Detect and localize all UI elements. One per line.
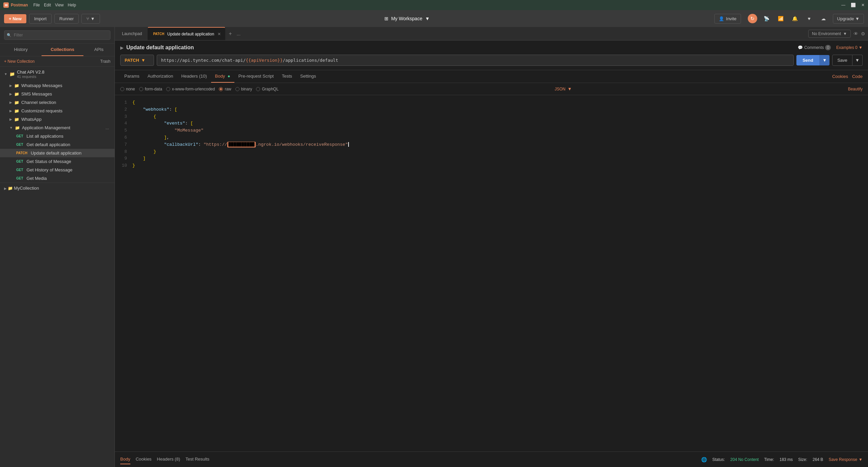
option-urlencoded[interactable]: x-www-form-urlencoded — [166, 87, 215, 91]
json-type-label[interactable]: JSON — [555, 87, 565, 91]
folder-application-management[interactable]: ▼ 📁 Application Management ... — [0, 123, 114, 132]
beautify-button[interactable]: Beautify — [848, 87, 863, 91]
import-button[interactable]: Import — [29, 14, 52, 24]
tab-close-button[interactable]: ✕ — [218, 32, 221, 36]
menu-edit[interactable]: Edit — [44, 3, 51, 7]
satellite-icon[interactable]: 📡 — [762, 14, 771, 23]
search-input[interactable] — [4, 30, 110, 40]
req-tab-body[interactable]: Body ● — [211, 70, 234, 83]
env-dropdown[interactable]: No Environment ▼ — [808, 30, 851, 38]
option-raw-label: raw — [225, 87, 231, 91]
response-tabs-bar: Body Cookies Headers (8) Test Results 🌐 … — [115, 451, 868, 467]
env-settings-icon[interactable]: ⚙ — [861, 31, 865, 36]
req-tab-params[interactable]: Params — [120, 70, 144, 83]
req-tab-tests[interactable]: Tests — [278, 70, 296, 83]
body-type-select: JSON ▼ — [555, 86, 572, 91]
chevron-icon: ▶ — [9, 84, 12, 87]
line-num-5: 5 — [120, 127, 127, 134]
folder-icon: 📁 — [14, 83, 19, 88]
minimize-button[interactable]: — — [841, 3, 845, 7]
env-eye-icon[interactable]: 👁 — [853, 31, 858, 36]
tab-add-button[interactable]: + — [227, 31, 234, 37]
resp-tab-headers[interactable]: Headers (8) — [157, 455, 180, 464]
folder-sms-messages[interactable]: ▶ 📁 SMS Messages — [0, 90, 114, 98]
resp-tab-test-results[interactable]: Test Results — [185, 455, 209, 464]
line-num-2: 2 — [120, 106, 127, 113]
satellite2-icon[interactable]: 📶 — [776, 14, 786, 23]
tab-history[interactable]: History — [0, 44, 42, 56]
chevron-icon: ▶ — [9, 117, 12, 121]
comments-label: 💬 Comments 0 — [798, 45, 831, 50]
req-tab-pre-request[interactable]: Pre-request Script — [234, 70, 278, 83]
tab-launchpad[interactable]: Launchpad — [118, 27, 146, 40]
send-button[interactable]: Send — [796, 55, 819, 65]
tab-more-button[interactable]: ... — [235, 31, 242, 36]
expand-icon[interactable]: ▶ — [120, 45, 124, 50]
save-response-button[interactable]: Save Response ▼ — [828, 457, 863, 462]
workspace-selector[interactable]: ⊞ My Workspace ▼ — [384, 16, 430, 21]
option-raw[interactable]: raw — [219, 87, 231, 91]
code-content-4: "events": [ — [132, 120, 193, 127]
option-binary[interactable]: binary — [235, 87, 252, 91]
line-num-4: 4 — [120, 120, 127, 127]
code-editor[interactable]: 1 { 2 "webhooks": [ 3 { 4 "events": [ 5 — [115, 95, 868, 451]
code-link[interactable]: Code — [852, 74, 863, 79]
bell-icon[interactable]: 🔔 — [790, 14, 800, 23]
collection-root-chat-api[interactable]: ▼ 📁 Chat API V2.8 41 requests — [0, 67, 114, 81]
folder-customized-requests[interactable]: ▶ 📁 Customized requests — [0, 107, 114, 115]
maximize-button[interactable]: ⬜ — [851, 3, 856, 7]
option-none[interactable]: none — [120, 87, 135, 91]
runner-button[interactable]: Runner — [54, 14, 79, 24]
upgrade-chevron-icon: ▼ — [855, 16, 860, 21]
save-response-chevron-icon: ▼ — [859, 457, 863, 462]
examples-label[interactable]: Examples 0 ▼ — [836, 45, 863, 50]
url-prefix: https://api.tyntec.com/chat-api/ — [161, 58, 246, 63]
invite-button[interactable]: 👤 Invite — [714, 14, 741, 24]
tab-apis[interactable]: APIs — [83, 44, 114, 56]
folder-whatsapp-messages[interactable]: ▶ 📁 Whatsapp Messages — [0, 81, 114, 90]
code-content-6: ], — [132, 134, 169, 141]
request-update-default-app[interactable]: PATCH Update default application — [0, 149, 114, 157]
json-chevron-icon[interactable]: ▼ — [567, 86, 572, 91]
req-tab-settings[interactable]: Settings — [296, 70, 320, 83]
req-tab-authorization[interactable]: Authorization — [144, 70, 177, 83]
tab-collections[interactable]: Collections — [42, 44, 83, 56]
request-get-status[interactable]: GET Get Status of Message — [0, 157, 114, 166]
new-collection-button[interactable]: + New Collection — [4, 59, 34, 64]
resp-tab-body[interactable]: Body — [120, 455, 130, 464]
fork-button[interactable]: ⑂ ▼ — [81, 14, 100, 24]
request-get-default-app[interactable]: GET Get default application — [0, 140, 114, 149]
option-graphql[interactable]: GraphQL — [256, 87, 278, 91]
option-form-data[interactable]: form-data — [139, 87, 162, 91]
code-content-5: "MoMessage" — [132, 127, 204, 134]
heart-icon[interactable]: ♥ — [805, 14, 814, 23]
folder-label: Whatsapp Messages — [21, 83, 62, 88]
cloud-icon[interactable]: ☁ — [819, 14, 828, 23]
send-dropdown-button[interactable]: ▼ — [819, 55, 829, 65]
method-badge-patch: PATCH — [15, 151, 29, 155]
save-dropdown-button[interactable]: ▼ — [852, 55, 863, 66]
trash-button[interactable]: Trash — [100, 59, 110, 64]
folder-icon: 📁 — [14, 92, 19, 97]
cookies-link[interactable]: Cookies — [832, 74, 848, 79]
tab-update-default[interactable]: PATCH Update default application ✕ — [148, 27, 225, 40]
save-button[interactable]: Save — [832, 55, 852, 66]
req-tab-headers[interactable]: Headers (10) — [177, 70, 211, 83]
menu-file[interactable]: File — [33, 3, 40, 7]
menu-help[interactable]: Help — [68, 3, 76, 7]
menu-view[interactable]: View — [55, 3, 64, 7]
my-collection[interactable]: ▶ 📁 MyCollection — [0, 183, 114, 193]
request-list-all-apps[interactable]: GET List all applications — [0, 132, 114, 140]
request-get-media[interactable]: GET Get Media — [0, 174, 114, 183]
close-button[interactable]: ✕ — [861, 3, 865, 7]
refresh-icon[interactable]: ↻ — [748, 14, 757, 23]
resp-tab-cookies[interactable]: Cookies — [136, 455, 152, 464]
upgrade-button[interactable]: Upgrade ▼ — [833, 14, 864, 24]
request-get-history[interactable]: GET Get History of Message — [0, 166, 114, 174]
folder-whatsapp[interactable]: ▶ 📁 WhatsApp — [0, 115, 114, 123]
new-button[interactable]: + New — [4, 14, 26, 23]
method-dropdown[interactable]: PATCH ▼ — [120, 55, 154, 66]
folder-channel-selection[interactable]: ▶ 📁 Channel selection — [0, 98, 114, 107]
radio-raw — [219, 87, 223, 91]
folder-more-icon[interactable]: ... — [105, 125, 109, 130]
